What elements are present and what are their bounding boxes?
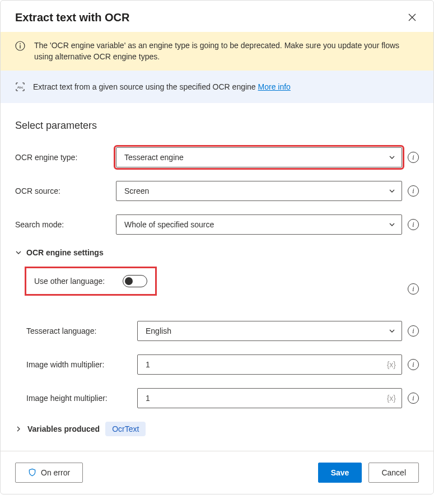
- more-info-link[interactable]: More info: [258, 82, 291, 91]
- chevron-down-icon: [388, 187, 396, 195]
- deprecation-warning-banner: The 'OCR engine variable' as an engine t…: [1, 32, 433, 71]
- ocr-engine-settings-header[interactable]: OCR engine settings: [15, 248, 419, 257]
- field-ocr-engine-type: OCR engine type: Tesseract engine i: [15, 147, 419, 167]
- info-button-use-other-language[interactable]: i: [408, 283, 419, 295]
- select-tesseract-language[interactable]: English: [137, 321, 402, 341]
- warning-text: The 'OCR engine variable' as an engine t…: [34, 40, 419, 63]
- dialog-footer: On error Save Cancel: [1, 451, 433, 494]
- label-width-multiplier: Image width multiplier:: [26, 360, 132, 369]
- select-value: Screen: [124, 186, 149, 195]
- info-button-tesseract-language[interactable]: i: [408, 325, 419, 337]
- select-ocr-engine-type[interactable]: Tesseract engine: [116, 147, 402, 167]
- dialog-title: Extract text with OCR: [15, 11, 129, 24]
- variable-badge-ocrtext[interactable]: OcrText: [105, 422, 146, 436]
- info-button-ocr-source[interactable]: i: [408, 185, 419, 197]
- info-button-search-mode[interactable]: i: [408, 219, 419, 230]
- chevron-down-icon: [388, 221, 396, 228]
- shield-icon: [28, 468, 36, 477]
- close-button[interactable]: [405, 11, 419, 24]
- svg-rect-2: [20, 45, 20, 49]
- input-height-multiplier[interactable]: 1 {x}: [137, 388, 402, 408]
- description-banner: Abc Extract text from a given source usi…: [1, 71, 433, 103]
- field-tesseract-language: Tesseract language: English i: [26, 321, 419, 341]
- label-height-multiplier: Image height multiplier:: [26, 394, 132, 403]
- info-button-width-multiplier[interactable]: i: [408, 359, 419, 370]
- dialog-extract-text-ocr: Extract text with OCR The 'OCR engine va…: [0, 0, 434, 494]
- label-search-mode: Search mode:: [15, 220, 110, 229]
- select-search-mode[interactable]: Whole of specified source: [116, 214, 402, 235]
- svg-point-1: [20, 43, 21, 44]
- variables-produced-text: Variables produced: [27, 424, 100, 433]
- info-icon: [15, 41, 25, 51]
- info-button-height-multiplier[interactable]: i: [408, 393, 419, 404]
- chevron-down-icon: [388, 153, 396, 161]
- close-icon: [408, 13, 417, 22]
- toggle-use-other-language[interactable]: [123, 275, 147, 287]
- select-value: Whole of specified source: [124, 220, 214, 229]
- toggle-knob: [125, 277, 133, 285]
- input-value: 1: [146, 360, 150, 369]
- variable-picker-icon[interactable]: {x}: [387, 360, 396, 369]
- select-value: English: [146, 326, 171, 335]
- input-width-multiplier[interactable]: 1 {x}: [137, 354, 402, 375]
- svg-text:Abc: Abc: [17, 85, 23, 88]
- select-value: Tesseract engine: [124, 153, 184, 162]
- input-value: 1: [146, 394, 150, 403]
- description-text: Extract text from a given source using t…: [33, 82, 291, 91]
- field-search-mode: Search mode: Whole of specified source i: [15, 214, 419, 235]
- dialog-header: Extract text with OCR: [1, 1, 433, 32]
- ocr-engine-settings-block: Use other language: i Tesseract language…: [15, 268, 419, 408]
- variables-produced-header[interactable]: Variables produced OcrText: [15, 422, 419, 436]
- chevron-right-icon: [15, 426, 22, 432]
- cancel-button[interactable]: Cancel: [368, 463, 419, 483]
- field-use-other-language: Use other language:: [26, 268, 155, 294]
- field-ocr-source: OCR source: Screen i: [15, 181, 419, 201]
- label-use-other-language: Use other language:: [34, 277, 105, 286]
- label-ocr-source: OCR source:: [15, 186, 110, 195]
- on-error-button[interactable]: On error: [15, 463, 83, 483]
- dialog-content: Select parameters OCR engine type: Tesse…: [1, 103, 433, 451]
- abc-icon: Abc: [15, 82, 25, 92]
- chevron-down-icon: [388, 327, 396, 335]
- settings-header-text: OCR engine settings: [26, 248, 104, 257]
- label-tesseract-language: Tesseract language:: [26, 326, 132, 335]
- info-button-engine-type[interactable]: i: [408, 152, 419, 163]
- select-ocr-source[interactable]: Screen: [116, 181, 402, 201]
- chevron-down-icon: [15, 249, 22, 256]
- variable-picker-icon[interactable]: {x}: [387, 394, 396, 403]
- save-button[interactable]: Save: [318, 463, 362, 483]
- field-width-multiplier: Image width multiplier: 1 {x} i: [26, 354, 419, 375]
- section-title: Select parameters: [15, 120, 419, 132]
- field-height-multiplier: Image height multiplier: 1 {x} i: [26, 388, 419, 408]
- label-ocr-engine-type: OCR engine type:: [15, 153, 110, 162]
